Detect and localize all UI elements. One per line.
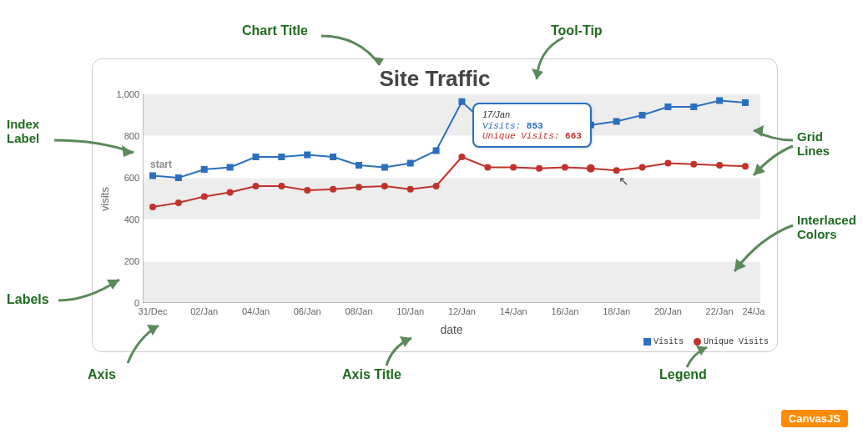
interlaced-band (143, 261, 760, 303)
svg-point-38 (356, 184, 362, 190)
svg-rect-17 (433, 148, 440, 154)
svg-rect-12 (304, 152, 310, 159)
svg-point-50 (664, 160, 671, 167)
callout-interlaced: Interlaced Colors (797, 213, 856, 241)
svg-rect-14 (356, 162, 362, 169)
arrow-icon (747, 142, 797, 184)
arrow-icon (54, 271, 129, 313)
callout-labels: Labels (7, 292, 49, 307)
svg-point-46 (562, 164, 568, 171)
svg-point-43 (484, 164, 491, 171)
svg-rect-13 (330, 154, 336, 160)
svg-rect-8 (201, 166, 208, 173)
svg-rect-26 (664, 103, 671, 110)
svg-point-45 (536, 165, 542, 172)
svg-point-34 (252, 183, 259, 189)
svg-point-36 (304, 187, 310, 194)
svg-point-35 (278, 183, 285, 189)
svg-point-37 (330, 186, 336, 193)
plot-svg (143, 94, 760, 303)
svg-rect-7 (175, 174, 182, 181)
svg-rect-9 (227, 164, 234, 171)
svg-point-33 (227, 189, 234, 196)
legend-item-visits[interactable]: Visits (643, 337, 684, 346)
index-label: start (150, 159, 172, 170)
callout-axis-title: Axis Title (342, 367, 401, 382)
svg-point-42 (458, 154, 465, 160)
svg-point-47 (587, 164, 595, 173)
interlaced-band (143, 178, 760, 220)
svg-rect-28 (716, 98, 723, 104)
arrow-icon (380, 334, 421, 369)
square-marker-icon (643, 338, 651, 346)
callout-chart-title: Chart Title (242, 23, 308, 38)
chart-title: Site Traffic (93, 66, 777, 92)
tooltip-date: 17/Jan (482, 109, 582, 119)
svg-rect-27 (690, 103, 697, 110)
svg-point-48 (613, 167, 620, 174)
svg-rect-16 (407, 160, 414, 167)
arrow-icon (317, 32, 392, 73)
callout-axis: Axis (88, 367, 116, 382)
svg-point-39 (381, 183, 388, 189)
svg-point-41 (433, 183, 440, 189)
arrow-icon (121, 321, 171, 367)
svg-rect-18 (458, 98, 465, 105)
svg-marker-59 (400, 336, 411, 347)
svg-point-51 (690, 161, 697, 168)
arrow-icon (530, 33, 580, 92)
svg-rect-11 (278, 154, 285, 160)
svg-rect-25 (639, 112, 646, 119)
arrow-icon (680, 344, 714, 371)
chart-card: Site Traffic visits 0 200 400 600 800 1,… (92, 58, 778, 352)
brand-logo: CanvasJS (781, 410, 848, 427)
callout-index-label: Index Label (7, 117, 39, 145)
svg-rect-6 (149, 173, 156, 179)
svg-rect-24 (613, 119, 620, 125)
svg-point-40 (407, 186, 414, 193)
callout-grid-lines: Grid Lines (797, 129, 830, 158)
x-axis-title: date (143, 323, 760, 336)
svg-point-32 (201, 194, 208, 200)
plot-area[interactable]: start 17/Jan Visits: 853 Unique Visits: … (143, 94, 760, 303)
svg-point-52 (716, 162, 723, 169)
x-axis-tick-labels: 31/Dec 02/Jan 04/Jan 06/Jan 08/Jan 10/Ja… (143, 306, 760, 321)
svg-point-44 (510, 164, 517, 171)
svg-point-49 (639, 164, 646, 171)
svg-marker-57 (107, 280, 119, 290)
svg-rect-10 (252, 154, 259, 160)
arrow-icon (726, 213, 797, 280)
svg-point-30 (149, 204, 156, 210)
tooltip: 17/Jan Visits: 853 Unique Visits: 663 (472, 103, 592, 148)
svg-marker-61 (754, 125, 764, 137)
arrow-icon (50, 132, 142, 165)
svg-point-31 (175, 199, 182, 206)
svg-rect-15 (381, 164, 388, 171)
interlaced-band (143, 94, 760, 136)
svg-rect-29 (742, 99, 749, 106)
